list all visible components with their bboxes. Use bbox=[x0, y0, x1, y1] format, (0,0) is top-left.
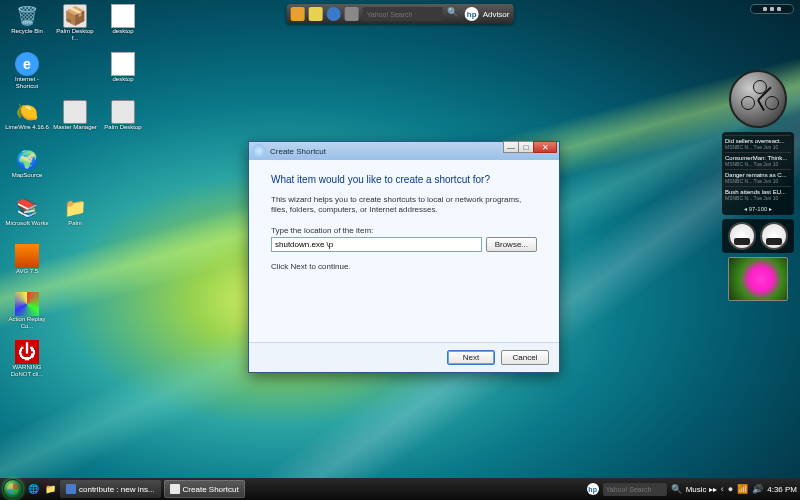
desktop-icon[interactable]: 🗑️Recycle Bin bbox=[4, 4, 50, 50]
dock-search-input[interactable] bbox=[363, 7, 443, 21]
create-shortcut-window: Create Shortcut — □ ✕ What item would yo… bbox=[248, 141, 560, 373]
dock-icon[interactable] bbox=[291, 7, 305, 21]
tray-search-input[interactable] bbox=[603, 483, 667, 496]
desktop-icon[interactable]: 📚Microsoft Works bbox=[4, 196, 50, 242]
desktop-icon[interactable]: Palm Desktop bbox=[100, 100, 146, 146]
icon-label: Master Manager bbox=[53, 124, 97, 131]
icon-label: desktop bbox=[112, 76, 133, 83]
folder-icon: 📁 bbox=[63, 196, 87, 220]
package-icon: 📦 bbox=[63, 4, 87, 28]
taskbar-clock[interactable]: 4:36 PM bbox=[767, 485, 797, 494]
desktop-icon[interactable]: desktop bbox=[100, 4, 146, 50]
power-icon: ⏻ bbox=[15, 340, 39, 364]
window-title: Create Shortcut bbox=[270, 147, 326, 156]
sidebar: Did sellers overreact...MSNBC N... Tue J… bbox=[720, 70, 796, 301]
desktop-icon[interactable]: desktop bbox=[100, 52, 146, 98]
start-button[interactable] bbox=[3, 479, 23, 499]
works-icon: 📚 bbox=[15, 196, 39, 220]
search-icon[interactable]: 🔍 bbox=[671, 484, 682, 494]
desktop-icon[interactable]: AVG 7.5 bbox=[4, 244, 50, 290]
app-icon bbox=[63, 100, 87, 124]
icon-label: MapSource bbox=[12, 172, 43, 179]
wizard-footer: Next Cancel bbox=[249, 342, 559, 372]
sidebar-top-control[interactable] bbox=[750, 4, 794, 14]
limewire-icon: 🍋 bbox=[15, 100, 39, 124]
cpu-gadget[interactable] bbox=[722, 219, 794, 253]
desktop-icon[interactable]: ⏻WARNING DoNOT cli... bbox=[4, 340, 50, 386]
wizard-description: This wizard helps you to create shortcut… bbox=[271, 195, 537, 216]
titlebar[interactable]: Create Shortcut — □ ✕ bbox=[249, 142, 559, 160]
location-input[interactable] bbox=[271, 237, 482, 252]
quicklaunch-icon[interactable]: 📁 bbox=[43, 482, 57, 496]
search-icon[interactable]: 🔍 bbox=[447, 7, 461, 21]
hp-logo-icon[interactable]: hp bbox=[587, 483, 599, 495]
file-icon bbox=[111, 4, 135, 28]
globe-icon: 🌍 bbox=[15, 148, 39, 172]
slideshow-gadget[interactable] bbox=[728, 257, 788, 301]
maximize-button[interactable]: □ bbox=[518, 141, 534, 153]
recycle-bin-icon: 🗑️ bbox=[15, 4, 39, 28]
desktop-icon[interactable]: 🍋LimeWire 4.16.6 bbox=[4, 100, 50, 146]
action-replay-icon bbox=[15, 292, 39, 316]
volume-icon[interactable]: 🔊 bbox=[752, 484, 763, 494]
app-icon bbox=[111, 100, 135, 124]
icon-label: Recycle Bin bbox=[11, 28, 43, 35]
browse-button[interactable]: Browse... bbox=[486, 237, 537, 252]
desktop-icon[interactable]: Action Replay Co... bbox=[4, 292, 50, 338]
hp-dock: 🔍 hp Advisor bbox=[287, 4, 514, 24]
wizard-heading: What item would you like to create a sho… bbox=[271, 174, 537, 185]
wizard-hint: Click Next to continue. bbox=[271, 262, 537, 272]
news-gadget[interactable]: Did sellers overreact...MSNBC N... Tue J… bbox=[722, 132, 794, 215]
location-label: Type the location of the item: bbox=[271, 226, 537, 235]
file-icon bbox=[111, 52, 135, 76]
ram-gauge-icon bbox=[760, 222, 788, 250]
dock-globe-icon[interactable] bbox=[327, 7, 341, 21]
taskbar-task[interactable]: contribute : new ins... bbox=[60, 480, 161, 498]
desktop-icon[interactable]: eInternet - Shortcut bbox=[4, 52, 50, 98]
desktop-icon-grid: 🗑️Recycle Bin 📦Palm Desktop f... desktop… bbox=[4, 4, 146, 386]
desktop-icon[interactable]: Master Manager bbox=[52, 100, 98, 146]
quicklaunch-icon[interactable]: 🌐 bbox=[26, 482, 40, 496]
tray-chevron-icon[interactable]: ‹ bbox=[721, 484, 724, 494]
app-icon bbox=[170, 484, 180, 494]
desktop-icon[interactable]: 🌍MapSource bbox=[4, 148, 50, 194]
icon-label: desktop bbox=[112, 28, 133, 35]
icon-label: WARNING DoNOT cli... bbox=[5, 364, 49, 377]
minimize-button[interactable]: — bbox=[503, 141, 519, 153]
app-icon bbox=[66, 484, 76, 494]
icon-label: LimeWire 4.16.6 bbox=[5, 124, 49, 131]
news-item[interactable]: ConsumerMan: Think...MSNBC N... Tue Jun … bbox=[725, 152, 791, 169]
system-tray: hp 🔍 Music ▸▸ ‹ ● 📶 🔊 4:36 PM bbox=[587, 483, 797, 496]
news-pager[interactable]: ◂ 97-100 ▸ bbox=[725, 203, 791, 212]
avg-icon bbox=[15, 244, 39, 268]
clock-gadget[interactable] bbox=[729, 70, 787, 128]
icon-label: Action Replay Co... bbox=[5, 316, 49, 329]
icon-label: Palm bbox=[68, 220, 82, 227]
wizard-orb-icon bbox=[252, 144, 266, 158]
icon-label: Microsoft Works bbox=[6, 220, 49, 227]
dock-note-icon[interactable] bbox=[309, 7, 323, 21]
desktop-icon[interactable]: 📦Palm Desktop f... bbox=[52, 4, 98, 50]
icon-label: Palm Desktop f... bbox=[53, 28, 97, 41]
icon-label: Palm Desktop bbox=[104, 124, 141, 131]
desktop-icon[interactable]: 📁Palm bbox=[52, 196, 98, 242]
close-button[interactable]: ✕ bbox=[533, 141, 557, 153]
icon-label: Internet - Shortcut bbox=[5, 76, 49, 89]
advisor-label[interactable]: Advisor bbox=[483, 10, 510, 19]
taskbar-task[interactable]: Create Shortcut bbox=[164, 480, 245, 498]
news-item[interactable]: Bush attends last EU...MSNBC N... Tue Ju… bbox=[725, 186, 791, 203]
cpu-gauge-icon bbox=[728, 222, 756, 250]
news-item[interactable]: Did sellers overreact...MSNBC N... Tue J… bbox=[725, 135, 791, 152]
network-icon[interactable]: 📶 bbox=[737, 484, 748, 494]
tray-icon[interactable]: ● bbox=[728, 484, 733, 494]
taskbar: 🌐 📁 contribute : new ins... Create Short… bbox=[0, 478, 800, 500]
hp-logo-icon[interactable]: hp bbox=[465, 7, 479, 21]
next-button[interactable]: Next bbox=[447, 350, 495, 365]
news-item[interactable]: Danger remains as C...MSNBC N... Tue Jun… bbox=[725, 169, 791, 186]
dock-icon[interactable] bbox=[345, 7, 359, 21]
music-link[interactable]: Music ▸▸ bbox=[686, 485, 717, 494]
icon-label: AVG 7.5 bbox=[16, 268, 38, 275]
ie-icon: e bbox=[15, 52, 39, 76]
cancel-button[interactable]: Cancel bbox=[501, 350, 549, 365]
